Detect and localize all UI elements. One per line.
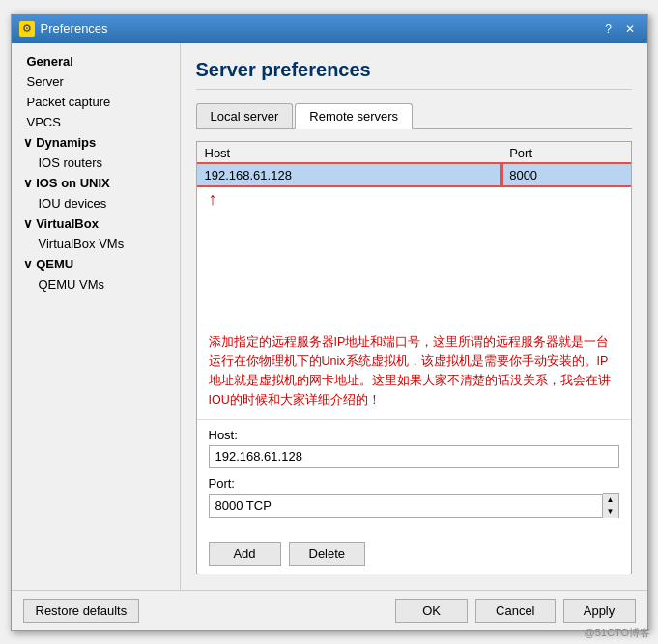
sidebar-item-iou-devices[interactable]: IOU devices [12, 193, 180, 213]
arrow-icon: ↑ [209, 189, 217, 210]
cell-port: 8000 [501, 164, 630, 185]
tab-bar: Local server Remote servers [196, 103, 632, 129]
close-button[interactable]: ✕ [620, 19, 640, 39]
sidebar-item-server[interactable]: Server [12, 71, 180, 92]
port-label: Port: [209, 476, 619, 490]
window-body: General Server Packet capture VPCS ∨ Dyn… [12, 43, 647, 590]
table-row[interactable]: 192.168.61.128 8000 [197, 164, 631, 185]
sidebar-item-virtualbox[interactable]: ∨ VirtualBox [12, 213, 180, 234]
sidebar-item-qemu[interactable]: ∨ QEMU [12, 254, 180, 274]
tab-local-server[interactable]: Local server [196, 103, 294, 128]
sidebar-item-ios-on-unix[interactable]: ∨ IOS on UNIX [12, 173, 180, 193]
spin-up-button[interactable]: ▲ [603, 494, 618, 506]
cell-host: 192.168.61.128 [197, 164, 502, 185]
sidebar: General Server Packet capture VPCS ∨ Dyn… [12, 43, 181, 590]
action-buttons: Add Delete [197, 534, 631, 574]
host-input[interactable] [209, 445, 619, 468]
sidebar-item-virtualbox-vms[interactable]: VirtualBox VMs [12, 234, 180, 254]
sidebar-item-packet-capture[interactable]: Packet capture [12, 92, 180, 112]
window-footer: Restore defaults OK Cancel Apply [12, 590, 647, 630]
sidebar-item-ios-routers[interactable]: IOS routers [12, 153, 180, 173]
page-title: Server preferences [196, 59, 632, 90]
watermark: @51CTO博客 [585, 626, 650, 640]
delete-button[interactable]: Delete [289, 542, 366, 566]
port-group: Port: ▲ ▼ [209, 476, 619, 518]
restore-defaults-button[interactable]: Restore defaults [23, 599, 140, 623]
title-bar: ⚙ Preferences ? ✕ [12, 14, 647, 43]
help-button[interactable]: ? [599, 19, 618, 39]
host-group: Host: [209, 428, 619, 468]
tab-remote-servers[interactable]: Remote servers [295, 103, 413, 129]
col-host: Host [197, 142, 502, 165]
ok-button[interactable]: OK [395, 599, 468, 623]
sidebar-item-qemu-vms[interactable]: QEMU VMs [12, 274, 180, 294]
sidebar-item-vpcs[interactable]: VPCS [12, 112, 180, 132]
port-spinner: ▲ ▼ [603, 493, 619, 518]
app-icon: ⚙ [19, 21, 35, 37]
window-title: Preferences [41, 21, 108, 36]
remote-servers-panel: Host Port 192.168.61.128 8000 [196, 141, 632, 574]
host-label: Host: [209, 428, 619, 442]
col-port: Port [501, 142, 630, 165]
sidebar-item-general[interactable]: General [12, 51, 180, 71]
main-content: Server preferences Local server Remote s… [181, 43, 647, 590]
add-button[interactable]: Add [209, 542, 281, 566]
form-section: Host: Port: ▲ ▼ [197, 419, 631, 534]
server-table: Host Port 192.168.61.128 8000 [197, 142, 631, 211]
sidebar-item-dynamips[interactable]: ∨ Dynamips [12, 132, 180, 153]
cancel-button[interactable]: Cancel [475, 599, 555, 623]
preferences-window: ⚙ Preferences ? ✕ General Server Packet … [11, 14, 648, 631]
spin-down-button[interactable]: ▼ [603, 506, 618, 518]
apply-button[interactable]: Apply [563, 599, 636, 623]
description-text: 添加指定的远程服务器IP地址和端口号，这里所谓的远程服务器就是一台运行在你物理机… [197, 322, 631, 419]
server-table-area[interactable]: Host Port 192.168.61.128 8000 [197, 142, 631, 322]
port-input[interactable] [209, 494, 603, 518]
